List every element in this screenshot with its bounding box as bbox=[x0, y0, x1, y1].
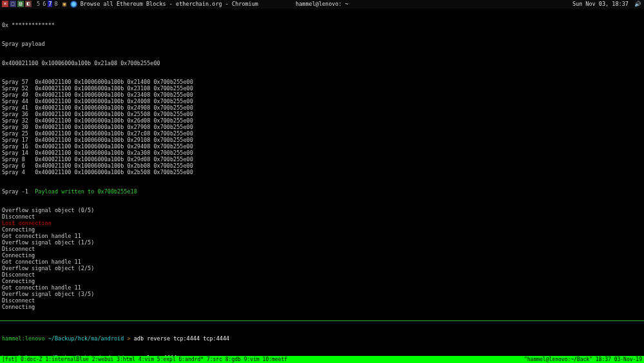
output-line: Connecting bbox=[2, 227, 642, 233]
output-line: 0x ************* bbox=[2, 23, 642, 29]
system-tray: Sun Nov 03, 18:37 🔊 bbox=[573, 1, 641, 7]
chromium-icon[interactable] bbox=[70, 1, 77, 8]
top-panel: ✕ ⬚ ▤ ◧ 5 6 7 8 ▣ Browse all Ethereum Bl… bbox=[0, 0, 644, 8]
output-line: Connecting bbox=[2, 304, 642, 311]
app-icon[interactable]: ▤ bbox=[17, 1, 24, 7]
terminal-title[interactable]: hammel@lenovo: ~ bbox=[296, 1, 348, 7]
window-title[interactable]: Browse all Ethereum Blocks - etherchain.… bbox=[79, 1, 258, 7]
output-line: Overflow signal object (2/5) bbox=[2, 266, 642, 272]
output-line: Disconnect bbox=[2, 272, 642, 279]
workspace-switcher[interactable]: 5 6 7 8 bbox=[33, 1, 61, 7]
output-line: Got connection handle 11 bbox=[2, 285, 642, 291]
output-line: Overflow signal object (0/5) bbox=[2, 208, 642, 214]
output-line: Connecting bbox=[2, 279, 642, 285]
output-line: Disconnect bbox=[2, 246, 642, 253]
output-line: Spray payload bbox=[2, 41, 642, 48]
output-line: Lost connection bbox=[2, 221, 642, 227]
app-icon[interactable]: ✕ bbox=[2, 1, 8, 7]
output-line: 0x400021100 0x10006000a100b 0x21a08 0x70… bbox=[2, 61, 642, 67]
terminal-pane-1[interactable]: 0x ************* Spray payload 0x4000211… bbox=[0, 8, 644, 319]
workspace-5[interactable]: 5 bbox=[36, 1, 41, 7]
volume-icon[interactable]: 🔊 bbox=[634, 1, 641, 7]
output-line: Overflow signal object (1/5) bbox=[2, 240, 642, 246]
output-line: Got connection handle 11 bbox=[2, 259, 642, 266]
app-icon[interactable]: ◧ bbox=[25, 1, 32, 7]
workspace-8[interactable]: 8 bbox=[53, 1, 58, 7]
output-line: Overflow signal object (3/5) bbox=[2, 291, 642, 298]
prompt-line: hammel:lenovo ~/Backup/hck/ma/android > … bbox=[2, 336, 642, 342]
tmux-right: "hammel@lenovo:~/Back" 18:37 03-Nov-19 bbox=[524, 357, 642, 362]
output-line: Connecting bbox=[2, 253, 642, 259]
launcher-icons: ✕ ⬚ ▤ ◧ bbox=[0, 1, 33, 7]
workspace-7[interactable]: 7 bbox=[48, 1, 52, 7]
payload-written-msg: Payload written to 0x700b255e18 bbox=[35, 188, 137, 195]
output-line: Spray -1 Payload written to 0x700b255e18 bbox=[2, 189, 642, 195]
output-line: Got connection handle 11 bbox=[2, 233, 642, 240]
output-line: Disconnect bbox=[2, 298, 642, 304]
tmux-statusbar[interactable]: [fst] 0:doc-Z 1:internalBlue 2:webui 3:h… bbox=[0, 356, 644, 363]
command-text: adb reverse tcp:4444 tcp:4444 bbox=[134, 335, 229, 342]
pane-divider[interactable] bbox=[0, 320, 644, 321]
taskbar-app-icon[interactable]: ▣ bbox=[63, 1, 66, 7]
output-line: Spray 4 0x400021100 0x10006000a100b 0x2b… bbox=[2, 170, 642, 176]
output-line: Disconnect bbox=[2, 214, 642, 221]
clock[interactable]: Sun Nov 03, 18:37 bbox=[573, 1, 629, 7]
tmux-windows[interactable]: [fst] 0:doc-Z 1:internalBlue 2:webui 3:h… bbox=[2, 357, 287, 362]
app-icon[interactable]: ⬚ bbox=[10, 1, 16, 7]
workspace-6[interactable]: 6 bbox=[42, 1, 46, 7]
